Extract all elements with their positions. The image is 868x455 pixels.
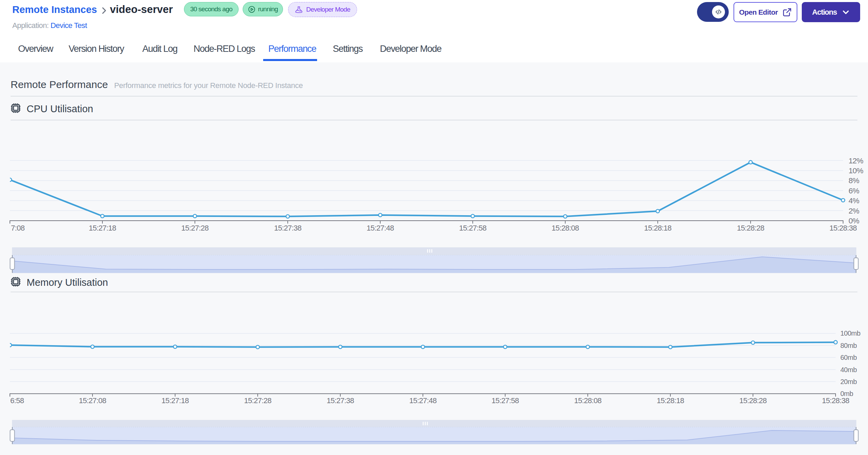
svg-text:100mb: 100mb xyxy=(840,329,860,337)
svg-text:15:28:38: 15:28:38 xyxy=(822,396,850,405)
svg-text:60mb: 60mb xyxy=(840,354,857,361)
svg-text:15:28:28: 15:28:28 xyxy=(737,224,765,232)
svg-text:7:08: 7:08 xyxy=(11,224,25,232)
svg-text:15:27:18: 15:27:18 xyxy=(161,396,189,405)
svg-text:6:58: 6:58 xyxy=(10,396,24,405)
svg-text:0%: 0% xyxy=(849,217,859,225)
svg-text:15:27:58: 15:27:58 xyxy=(492,396,519,405)
svg-text:2%: 2% xyxy=(849,207,859,215)
svg-text:15:27:38: 15:27:38 xyxy=(274,224,302,232)
svg-text:15:27:38: 15:27:38 xyxy=(327,396,354,405)
svg-text:80mb: 80mb xyxy=(840,342,857,349)
svg-text:15:27:28: 15:27:28 xyxy=(244,396,272,405)
svg-text:4%: 4% xyxy=(849,196,859,205)
svg-text:6%: 6% xyxy=(849,187,859,195)
svg-text:15:27:48: 15:27:48 xyxy=(367,224,394,232)
svg-text:40mb: 40mb xyxy=(840,366,857,373)
svg-text:12%: 12% xyxy=(849,157,863,165)
svg-text:15:28:28: 15:28:28 xyxy=(739,396,767,405)
svg-text:15:28:18: 15:28:18 xyxy=(644,224,672,232)
svg-text:15:28:18: 15:28:18 xyxy=(657,396,684,405)
svg-text:10%: 10% xyxy=(849,166,863,175)
svg-text:8%: 8% xyxy=(849,176,859,185)
svg-text:15:28:08: 15:28:08 xyxy=(552,224,579,232)
svg-text:15:27:48: 15:27:48 xyxy=(409,396,437,405)
svg-text:15:27:18: 15:27:18 xyxy=(89,224,116,232)
svg-text:20mb: 20mb xyxy=(840,378,857,385)
svg-text:15:28:08: 15:28:08 xyxy=(574,396,602,405)
svg-text:15:27:58: 15:27:58 xyxy=(459,224,487,232)
svg-text:15:27:28: 15:27:28 xyxy=(181,224,209,232)
svg-text:15:27:08: 15:27:08 xyxy=(79,396,106,405)
svg-text:0mb: 0mb xyxy=(840,390,853,397)
